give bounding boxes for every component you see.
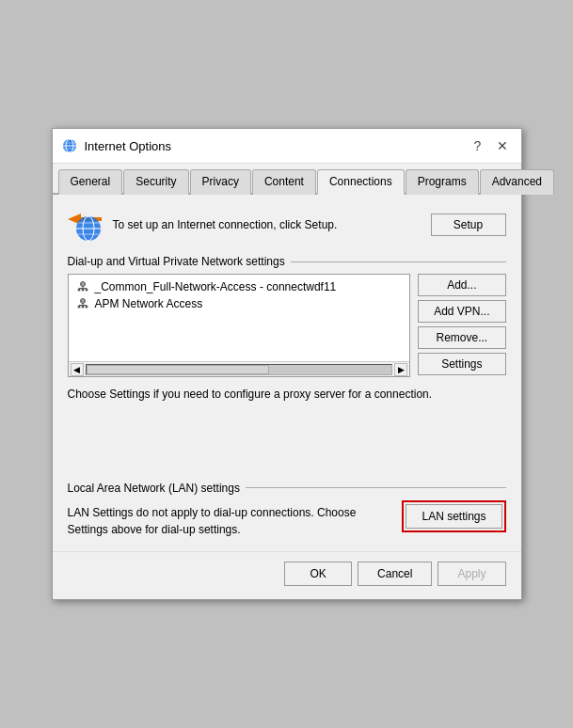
title-bar-controls: ? ✕ (469, 136, 512, 155)
lan-info-row: LAN Settings do not apply to dial-up con… (68, 500, 506, 538)
tab-connections[interactable]: Connections (317, 169, 405, 195)
title-bar: Internet Options ? ✕ (53, 129, 521, 164)
scroll-left-button[interactable]: ◀ (71, 363, 84, 376)
tab-programs[interactable]: Programs (406, 169, 479, 195)
dialog-title: Internet Options (85, 139, 172, 153)
list-item[interactable]: APM Network Access (72, 295, 408, 312)
tabs-bar: General Security Privacy Content Connect… (53, 164, 521, 195)
lan-description: LAN Settings do not apply to dial-up con… (68, 500, 393, 538)
scroll-right-button[interactable]: ▶ (394, 363, 407, 376)
cancel-button[interactable]: Cancel (358, 562, 432, 586)
vpn-buttons: Add... Add VPN... Remove... Settings (418, 274, 505, 377)
scroll-track[interactable] (86, 364, 393, 375)
apply-button[interactable]: Apply (438, 562, 505, 586)
vpn-item-label-1: APM Network Access (95, 297, 203, 310)
setup-row: To set up an Internet connection, click … (68, 208, 506, 242)
spacer (68, 418, 506, 474)
vpn-section-header: Dial-up and Virtual Private Network sett… (68, 255, 506, 268)
vpn-list-box[interactable]: _Common_Full-Network-Access - connectwdf… (68, 274, 411, 377)
lan-button-highlight: LAN settings (402, 500, 505, 532)
tab-general[interactable]: General (58, 169, 123, 195)
ok-button[interactable]: OK (284, 562, 352, 586)
list-item[interactable]: _Common_Full-Network-Access - connectwdf… (72, 278, 408, 295)
bottom-bar: OK Cancel Apply (53, 551, 521, 599)
scroll-thumb[interactable] (87, 365, 270, 374)
tab-privacy[interactable]: Privacy (190, 169, 251, 195)
tab-content[interactable]: Content (252, 169, 316, 195)
network-icon-0 (76, 280, 89, 293)
horizontal-scrollbar[interactable]: ◀ ▶ (69, 361, 410, 376)
setup-description: To set up an Internet connection, click … (113, 217, 420, 233)
globe-icon-wrapper (68, 208, 102, 242)
close-button[interactable]: ✕ (493, 136, 512, 155)
help-button[interactable]: ? (469, 136, 487, 155)
vpn-area: _Common_Full-Network-Access - connectwdf… (68, 274, 506, 377)
proxy-hint-text: Choose Settings if you need to configure… (68, 387, 506, 403)
network-icon-1 (76, 297, 89, 310)
add-vpn-button[interactable]: Add VPN... (418, 300, 505, 323)
remove-button[interactable]: Remove... (418, 326, 505, 349)
settings-button[interactable]: Settings (418, 353, 505, 375)
vpn-item-label-0: _Common_Full-Network-Access - connectwdf… (95, 280, 337, 293)
internet-options-dialog: Internet Options ? ✕ General Security Pr… (52, 128, 522, 600)
add-button[interactable]: Add... (418, 274, 505, 296)
ie-icon (62, 138, 77, 153)
lan-section: Local Area Network (LAN) settings LAN Se… (68, 482, 506, 538)
vpn-list-items: _Common_Full-Network-Access - connectwdf… (69, 275, 410, 314)
setup-button[interactable]: Setup (431, 214, 506, 236)
tab-security[interactable]: Security (123, 169, 188, 195)
tab-advanced[interactable]: Advanced (480, 169, 554, 195)
lan-settings-button[interactable]: LAN settings (406, 504, 501, 529)
lan-section-header: Local Area Network (LAN) settings (68, 482, 506, 495)
title-bar-left: Internet Options (62, 138, 172, 153)
main-content: To set up an Internet connection, click … (53, 195, 521, 551)
globe-svg (68, 208, 102, 242)
